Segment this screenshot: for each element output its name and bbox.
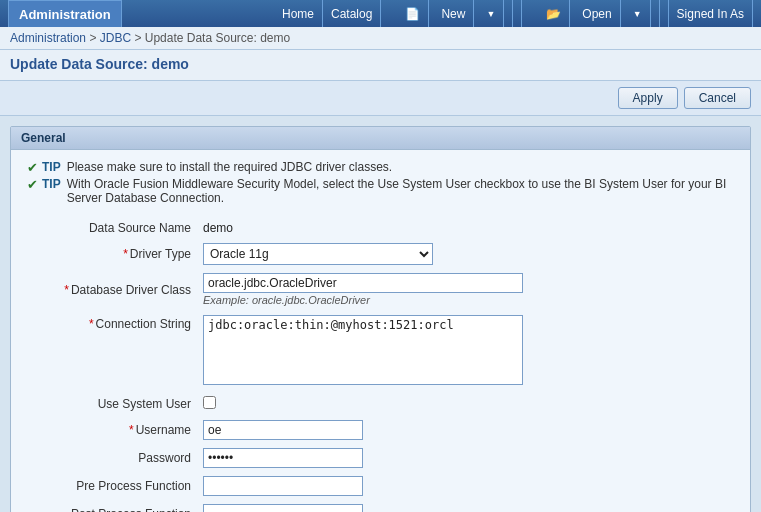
tip-2: ✔ TIP With Oracle Fusion Middleware Secu…	[27, 177, 734, 205]
app-title: Administration	[8, 0, 122, 27]
post-process-input[interactable]	[203, 504, 363, 512]
new-dropdown-arrow: ▼	[478, 0, 504, 27]
cell-password	[197, 444, 734, 472]
tip-1: ✔ TIP Please make sure to install the re…	[27, 160, 734, 175]
tip1-text: Please make sure to install the required…	[67, 160, 734, 174]
apply-button[interactable]: Apply	[618, 87, 678, 109]
page-header: Update Data Source: demo	[0, 50, 761, 81]
cell-username	[197, 416, 734, 444]
nav-catalog[interactable]: Catalog	[323, 0, 381, 27]
row-pre-process: Pre Process Function	[27, 472, 734, 500]
cell-pre-process	[197, 472, 734, 500]
open-dropdown-arrow: ▼	[625, 0, 651, 27]
row-connection-string: *Connection String jdbc:oracle:thin:@myh…	[27, 311, 734, 392]
breadcrumb: Administration > JDBC > Update Data Sour…	[0, 27, 761, 50]
breadcrumb-current: Update Data Source: demo	[145, 31, 290, 45]
username-input[interactable]	[203, 420, 363, 440]
label-data-source-name: Data Source Name	[27, 217, 197, 239]
cell-db-driver-class: Example: oracle.jdbc.OracleDriver	[197, 269, 734, 311]
top-nav-bar: Administration Home Catalog 📄 New ▼ 📂 Op…	[0, 0, 761, 27]
tip2-label: TIP	[42, 177, 61, 191]
section-header-general: General	[11, 127, 750, 150]
value-data-source-name: demo	[197, 217, 734, 239]
use-system-user-checkbox[interactable]	[203, 396, 216, 409]
row-data-source-name: Data Source Name demo	[27, 217, 734, 239]
row-password: Password	[27, 444, 734, 472]
label-connection-string: *Connection String	[27, 311, 197, 392]
cell-use-system-user	[197, 392, 734, 416]
tip1-check-icon: ✔	[27, 160, 38, 175]
breadcrumb-jdbc[interactable]: JDBC	[100, 31, 131, 45]
db-driver-class-input[interactable]	[203, 273, 523, 293]
breadcrumb-admin[interactable]: Administration	[10, 31, 86, 45]
row-use-system-user: Use System User	[27, 392, 734, 416]
cell-post-process	[197, 500, 734, 512]
tip1-label: TIP	[42, 160, 61, 174]
connection-string-textarea[interactable]: jdbc:oracle:thin:@myhost:1521:orcl	[203, 315, 523, 385]
label-post-process: Post Process Function	[27, 500, 197, 512]
tips-container: ✔ TIP Please make sure to install the re…	[27, 160, 734, 205]
cell-connection-string: jdbc:oracle:thin:@myhost:1521:orcl	[197, 311, 734, 392]
tip2-text: With Oracle Fusion Middleware Security M…	[67, 177, 734, 205]
nav-home[interactable]: Home	[274, 0, 323, 27]
cancel-button[interactable]: Cancel	[684, 87, 751, 109]
breadcrumb-sep2: >	[134, 31, 144, 45]
nav-new[interactable]: 📄 New ▼	[381, 0, 522, 27]
cell-driver-type: Oracle 11g Oracle 10g Oracle 9i SQL Serv…	[197, 239, 734, 269]
label-username: *Username	[27, 416, 197, 444]
page-title: Update Data Source: demo	[10, 56, 751, 72]
required-star: *	[123, 247, 128, 261]
row-driver-type: *Driver Type Oracle 11g Oracle 10g Oracl…	[27, 239, 734, 269]
nav-open[interactable]: 📂 Open ▼	[522, 0, 668, 27]
row-post-process: Post Process Function	[27, 500, 734, 512]
signed-in-label: Signed In As	[669, 0, 753, 27]
pre-process-input[interactable]	[203, 476, 363, 496]
nav-links: Home Catalog 📄 New ▼ 📂 Open ▼ Signed In …	[274, 0, 753, 27]
label-db-driver-class: *Database Driver Class	[27, 269, 197, 311]
required-star-4: *	[129, 423, 134, 437]
toolbar: Apply Cancel	[0, 81, 761, 116]
label-pre-process: Pre Process Function	[27, 472, 197, 500]
main-content: General ✔ TIP Please make sure to instal…	[0, 116, 761, 512]
driver-type-select[interactable]: Oracle 11g Oracle 10g Oracle 9i SQL Serv…	[203, 243, 433, 265]
required-star-3: *	[89, 317, 94, 331]
section-body: ✔ TIP Please make sure to install the re…	[11, 150, 750, 512]
row-db-driver-class: *Database Driver Class Example: oracle.j…	[27, 269, 734, 311]
folder-open-icon: 📂	[538, 0, 570, 27]
required-star-2: *	[64, 283, 69, 297]
general-section: General ✔ TIP Please make sure to instal…	[10, 126, 751, 512]
label-password: Password	[27, 444, 197, 472]
label-driver-type: *Driver Type	[27, 239, 197, 269]
driver-class-example: Example: oracle.jdbc.OracleDriver	[203, 294, 370, 306]
form-table: Data Source Name demo *Driver Type Oracl…	[27, 217, 734, 512]
tip2-check-icon: ✔	[27, 177, 38, 192]
password-input[interactable]	[203, 448, 363, 468]
row-username: *Username	[27, 416, 734, 444]
breadcrumb-sep1: >	[89, 31, 99, 45]
data-source-name-value: demo	[203, 221, 233, 235]
label-use-system-user: Use System User	[27, 392, 197, 416]
folder-new-icon: 📄	[397, 0, 429, 27]
